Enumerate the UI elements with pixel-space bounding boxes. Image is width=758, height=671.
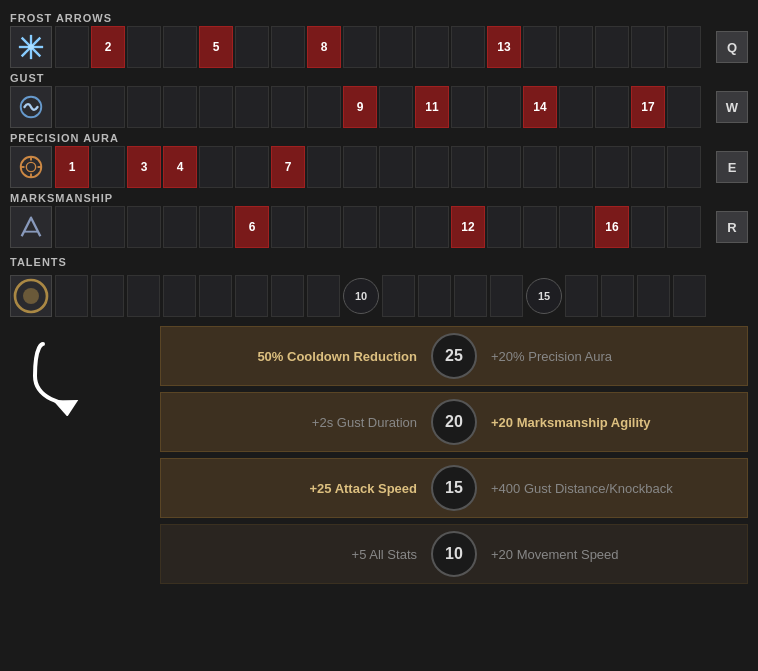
skill-slot-2-9[interactable] — [379, 146, 413, 188]
talent-slot-14[interactable] — [565, 275, 598, 317]
skill-slot-2-8[interactable] — [343, 146, 377, 188]
skill-slot-3-1[interactable] — [91, 206, 125, 248]
skill-slot-3-14[interactable] — [559, 206, 593, 248]
skill-slot-0-12[interactable]: 13 — [487, 26, 521, 68]
skill-slot-0-10[interactable] — [415, 26, 449, 68]
skill-slot-1-1[interactable] — [91, 86, 125, 128]
talent-slot-13[interactable]: 15 — [526, 278, 562, 314]
talent-slot-8[interactable]: 10 — [343, 278, 379, 314]
talent-slot-16[interactable] — [637, 275, 670, 317]
skill-slot-1-4[interactable] — [199, 86, 233, 128]
talent-right-0[interactable]: +20% Precision Aura — [479, 349, 747, 364]
talent-slot-0[interactable] — [55, 275, 88, 317]
skill-slot-3-4[interactable] — [199, 206, 233, 248]
skill-slot-0-4[interactable]: 5 — [199, 26, 233, 68]
skill-slot-3-15[interactable]: 16 — [595, 206, 629, 248]
skill-slot-2-16[interactable] — [631, 146, 665, 188]
skill-slot-2-14[interactable] — [559, 146, 593, 188]
skill-slot-0-6[interactable] — [271, 26, 305, 68]
skill-slot-2-17[interactable] — [667, 146, 701, 188]
skill-slot-1-11[interactable] — [451, 86, 485, 128]
skill-slot-2-10[interactable] — [415, 146, 449, 188]
skill-slot-0-1[interactable]: 2 — [91, 26, 125, 68]
talent-slot-12[interactable] — [490, 275, 523, 317]
talent-left-3[interactable]: +5 All Stats — [161, 547, 429, 562]
skill-slot-1-14[interactable] — [559, 86, 593, 128]
skill-slot-0-2[interactable] — [127, 26, 161, 68]
skill-slot-2-3[interactable]: 4 — [163, 146, 197, 188]
skill-slot-1-12[interactable] — [487, 86, 521, 128]
skill-slot-3-2[interactable] — [127, 206, 161, 248]
skill-slot-0-3[interactable] — [163, 26, 197, 68]
skill-icon-3[interactable] — [10, 206, 52, 248]
skill-slot-2-2[interactable]: 3 — [127, 146, 161, 188]
skill-slot-0-8[interactable] — [343, 26, 377, 68]
skill-slot-1-6[interactable] — [271, 86, 305, 128]
skill-slot-3-6[interactable] — [271, 206, 305, 248]
skill-slot-3-0[interactable] — [55, 206, 89, 248]
skill-slot-3-3[interactable] — [163, 206, 197, 248]
skill-slot-0-17[interactable] — [667, 26, 701, 68]
skill-slot-1-17[interactable] — [667, 86, 701, 128]
skill-slot-0-16[interactable] — [631, 26, 665, 68]
skill-slot-3-9[interactable] — [379, 206, 413, 248]
skill-slot-2-11[interactable] — [451, 146, 485, 188]
skill-slot-2-6[interactable]: 7 — [271, 146, 305, 188]
talent-slot-1[interactable] — [91, 275, 124, 317]
talent-slot-10[interactable] — [418, 275, 451, 317]
skill-slot-0-7[interactable]: 8 — [307, 26, 341, 68]
talent-right-3[interactable]: +20 Movement Speed — [479, 547, 747, 562]
skill-slot-2-4[interactable] — [199, 146, 233, 188]
talent-slot-15[interactable] — [601, 275, 634, 317]
talent-slot-3[interactable] — [163, 275, 196, 317]
skill-slot-2-5[interactable] — [235, 146, 269, 188]
skill-slot-3-16[interactable] — [631, 206, 665, 248]
skill-slot-1-5[interactable] — [235, 86, 269, 128]
skill-slot-3-8[interactable] — [343, 206, 377, 248]
skill-slot-0-14[interactable] — [559, 26, 593, 68]
skill-slot-2-1[interactable] — [91, 146, 125, 188]
talent-right-2[interactable]: +400 Gust Distance/Knockback — [479, 481, 747, 496]
skill-slot-1-13[interactable]: 14 — [523, 86, 557, 128]
skill-slot-1-9[interactable] — [379, 86, 413, 128]
skill-slot-1-16[interactable]: 17 — [631, 86, 665, 128]
talent-slot-6[interactable] — [271, 275, 304, 317]
talent-right-1[interactable]: +20 Marksmanship Agility — [479, 415, 747, 430]
talent-left-0[interactable]: 50% Cooldown Reduction — [161, 349, 429, 364]
talent-left-1[interactable]: +2s Gust Duration — [161, 415, 429, 430]
skill-icon-0[interactable] — [10, 26, 52, 68]
talent-slot-7[interactable] — [307, 275, 340, 317]
skill-slot-3-5[interactable]: 6 — [235, 206, 269, 248]
skill-slot-0-11[interactable] — [451, 26, 485, 68]
skill-icon-1[interactable] — [10, 86, 52, 128]
skill-slot-0-13[interactable] — [523, 26, 557, 68]
skill-icon-2[interactable] — [10, 146, 52, 188]
skill-slot-2-7[interactable] — [307, 146, 341, 188]
talent-slot-2[interactable] — [127, 275, 160, 317]
skill-slot-0-15[interactable] — [595, 26, 629, 68]
skill-slot-3-12[interactable] — [487, 206, 521, 248]
talent-slot-4[interactable] — [199, 275, 232, 317]
talent-slot-9[interactable] — [382, 275, 415, 317]
skill-slot-3-11[interactable]: 12 — [451, 206, 485, 248]
talent-slot-17[interactable] — [673, 275, 706, 317]
skill-slot-1-3[interactable] — [163, 86, 197, 128]
skill-slot-0-0[interactable] — [55, 26, 89, 68]
skill-slot-3-10[interactable] — [415, 206, 449, 248]
skill-slot-1-2[interactable] — [127, 86, 161, 128]
skill-slot-2-13[interactable] — [523, 146, 557, 188]
skill-slot-2-12[interactable] — [487, 146, 521, 188]
skill-slot-0-9[interactable] — [379, 26, 413, 68]
skill-slot-3-7[interactable] — [307, 206, 341, 248]
skill-slot-1-8[interactable]: 9 — [343, 86, 377, 128]
skill-slot-3-17[interactable] — [667, 206, 701, 248]
talents-icon[interactable] — [10, 275, 52, 317]
skill-slot-1-0[interactable] — [55, 86, 89, 128]
skill-slot-2-0[interactable]: 1 — [55, 146, 89, 188]
talent-left-2[interactable]: +25 Attack Speed — [161, 481, 429, 496]
skill-slot-0-5[interactable] — [235, 26, 269, 68]
skill-slot-2-15[interactable] — [595, 146, 629, 188]
skill-slot-3-13[interactable] — [523, 206, 557, 248]
skill-slot-1-10[interactable]: 11 — [415, 86, 449, 128]
skill-slot-1-15[interactable] — [595, 86, 629, 128]
